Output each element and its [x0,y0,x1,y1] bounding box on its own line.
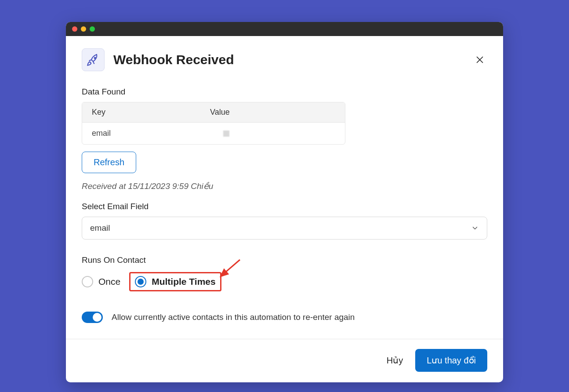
data-found-label: Data Found [82,87,487,97]
chevron-down-icon [471,224,479,232]
annotation-highlight-box: Multiple Times [129,272,221,291]
table-header: Key Value [82,102,345,123]
radio-multiple-label: Multiple Times [152,276,215,287]
col-header-value: Value [200,102,345,122]
modal-header: Webhook Received [82,48,487,71]
cell-value [200,123,345,144]
email-field-select[interactable]: email [82,217,487,240]
close-icon [475,55,485,65]
col-header-key: Key [82,102,200,122]
runs-on-contact-radios: Once Multiple Times [82,272,487,291]
redacted-value [223,131,229,137]
allow-reenter-label: Allow currently active contacts in this … [112,312,355,322]
radio-once-circle [82,276,93,287]
cancel-button[interactable]: Hủy [387,355,403,366]
allow-reenter-toggle[interactable] [82,312,103,323]
data-found-table: Key Value email [82,102,345,145]
modal-window: Webhook Received Data Found Key Value em… [66,22,503,382]
radio-multiple-circle [135,276,146,287]
window-titlebar [66,22,503,36]
modal-title: Webhook Received [113,52,472,67]
radio-once[interactable]: Once [82,276,120,287]
window-minimize-dot[interactable] [81,26,86,32]
window-close-dot[interactable] [72,26,77,32]
modal-footer: Hủy Lưu thay đổi [66,339,503,382]
refresh-button[interactable]: Refresh [82,152,136,173]
email-field-selected-value: email [90,223,110,233]
table-row: email [82,123,345,144]
cell-key: email [82,123,200,144]
received-at-text: Received at 15/11/2023 9:59 Chiều [82,181,487,191]
allow-reenter-row: Allow currently active contacts in this … [82,312,487,339]
select-email-field-label: Select Email Field [82,202,487,211]
runs-on-contact-label: Runs On Contact [82,255,487,265]
radio-multiple[interactable]: Multiple Times [135,276,215,287]
rocket-icon [82,48,105,71]
radio-once-label: Once [98,276,120,287]
svg-point-0 [94,58,96,59]
close-button[interactable] [472,52,487,67]
modal-body: Webhook Received Data Found Key Value em… [66,36,503,339]
window-maximize-dot[interactable] [90,26,95,32]
save-button[interactable]: Lưu thay đổi [415,349,487,372]
